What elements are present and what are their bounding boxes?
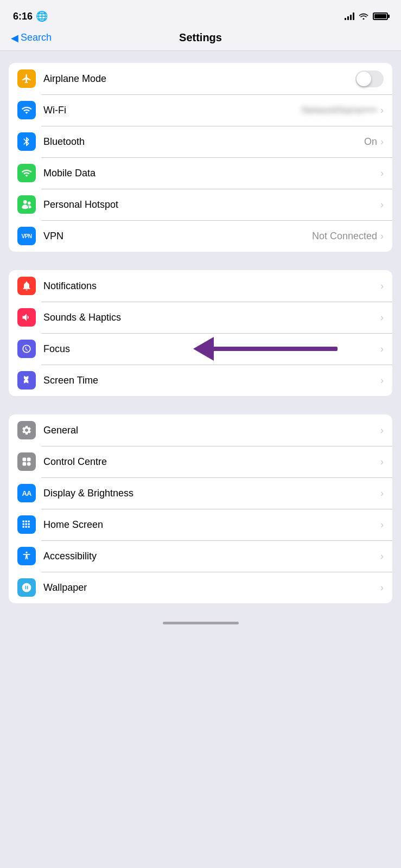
nav-bar: ◀ Search Settings: [0, 29, 401, 51]
screen-time-chevron-icon: ›: [380, 375, 384, 386]
notifications-row[interactable]: Notifications ›: [9, 270, 392, 302]
page-title: Settings: [179, 31, 222, 44]
svg-rect-7: [23, 524, 24, 525]
svg-rect-2: [23, 462, 27, 466]
mobile-data-icon: [17, 164, 36, 182]
accessibility-row[interactable]: Accessibility ›: [9, 540, 392, 572]
bluetooth-icon: [17, 132, 36, 151]
focus-annotation-arrow: [193, 337, 338, 361]
focus-row[interactable]: Focus ›: [9, 333, 392, 365]
wallpaper-row[interactable]: Wallpaper ›: [9, 572, 392, 603]
status-bar: 6:16 🌐: [0, 0, 401, 29]
airplane-mode-icon: [17, 69, 36, 88]
back-chevron-icon: ◀: [11, 32, 18, 44]
wifi-status-icon: [359, 11, 368, 22]
airplane-mode-row[interactable]: Airplane Mode: [9, 63, 392, 94]
control-centre-icon: [17, 452, 36, 471]
wifi-chevron-icon: ›: [380, 105, 384, 116]
airplane-mode-label: Airplane Mode: [43, 73, 355, 85]
wallpaper-icon: [17, 578, 36, 597]
vpn-label: VPN: [43, 231, 312, 242]
globe-icon: 🌐: [36, 10, 48, 22]
accessibility-label: Accessibility: [43, 551, 380, 562]
sounds-haptics-chevron-icon: ›: [380, 312, 384, 323]
mobile-data-label: Mobile Data: [43, 168, 380, 179]
svg-rect-6: [28, 521, 30, 522]
svg-point-13: [26, 552, 27, 553]
accessibility-chevron-icon: ›: [380, 551, 384, 562]
home-screen-label: Home Screen: [43, 519, 380, 531]
control-centre-chevron-icon: ›: [380, 456, 384, 468]
svg-rect-11: [26, 526, 27, 528]
display-brightness-chevron-icon: ›: [380, 488, 384, 499]
wifi-row[interactable]: Wi-Fi NetworkName•••• ›: [9, 94, 392, 126]
accessibility-icon: [17, 547, 36, 565]
bluetooth-row[interactable]: Bluetooth On ›: [9, 126, 392, 157]
vpn-icon: VPN: [17, 227, 36, 245]
back-button[interactable]: ◀ Search: [11, 32, 52, 44]
sounds-haptics-icon: [17, 308, 36, 327]
notifications-group: Notifications › Sounds & Haptics › Focus…: [9, 270, 392, 396]
screen-time-label: Screen Time: [43, 375, 380, 386]
display-brightness-icon: AA: [17, 484, 36, 502]
vpn-value: Not Connected: [312, 231, 377, 242]
home-bar: [163, 622, 239, 624]
status-icons: [345, 11, 388, 22]
wifi-icon: [17, 101, 36, 119]
home-screen-chevron-icon: ›: [380, 519, 384, 531]
svg-rect-9: [28, 524, 30, 525]
display-brightness-row[interactable]: AA Display & Brightness ›: [9, 477, 392, 509]
battery-icon: [373, 12, 388, 20]
personal-hotspot-chevron-icon: ›: [380, 199, 384, 210]
notifications-label: Notifications: [43, 280, 380, 292]
control-centre-label: Control Centre: [43, 456, 380, 468]
settings-content: Airplane Mode Wi-Fi NetworkName•••• › Bl…: [0, 51, 401, 615]
bluetooth-label: Bluetooth: [43, 136, 364, 148]
home-screen-row[interactable]: Home Screen ›: [9, 509, 392, 540]
svg-rect-1: [27, 458, 31, 462]
svg-rect-0: [23, 458, 27, 462]
wifi-value: NetworkName••••: [302, 105, 377, 116]
wifi-label: Wi-Fi: [43, 105, 302, 116]
personal-hotspot-label: Personal Hotspot: [43, 199, 380, 210]
display-brightness-label: Display & Brightness: [43, 488, 380, 499]
airplane-mode-toggle[interactable]: [355, 71, 384, 87]
focus-chevron-icon: ›: [380, 343, 384, 355]
bluetooth-chevron-icon: ›: [380, 136, 384, 148]
general-chevron-icon: ›: [380, 425, 384, 436]
display-group: General › Control Centre › AA Display & …: [9, 414, 392, 603]
svg-rect-12: [28, 526, 30, 528]
control-centre-row[interactable]: Control Centre ›: [9, 446, 392, 477]
vpn-chevron-icon: ›: [380, 231, 384, 242]
mobile-data-chevron-icon: ›: [380, 168, 384, 179]
personal-hotspot-icon: [17, 195, 36, 214]
notifications-icon: [17, 277, 36, 295]
wallpaper-chevron-icon: ›: [380, 582, 384, 593]
home-screen-icon: [17, 515, 36, 534]
svg-rect-10: [23, 526, 24, 528]
general-row[interactable]: General ›: [9, 414, 392, 446]
notifications-chevron-icon: ›: [380, 280, 384, 292]
personal-hotspot-row[interactable]: Personal Hotspot ›: [9, 189, 392, 220]
general-icon: [17, 421, 36, 439]
screen-time-icon: [17, 371, 36, 390]
vpn-text: VPN: [21, 233, 31, 239]
svg-point-3: [27, 462, 31, 466]
connectivity-group: Airplane Mode Wi-Fi NetworkName•••• › Bl…: [9, 63, 392, 252]
back-label[interactable]: Search: [21, 32, 52, 43]
sounds-haptics-row[interactable]: Sounds & Haptics ›: [9, 302, 392, 333]
status-time: 6:16 🌐: [13, 10, 48, 22]
svg-rect-8: [26, 524, 27, 525]
bluetooth-value: On: [364, 136, 377, 148]
screen-time-row[interactable]: Screen Time ›: [9, 365, 392, 396]
wallpaper-label: Wallpaper: [43, 582, 380, 593]
signal-bars-icon: [345, 12, 354, 20]
focus-icon: [17, 340, 36, 358]
svg-rect-5: [26, 521, 27, 522]
home-indicator: [0, 615, 401, 631]
sounds-haptics-label: Sounds & Haptics: [43, 312, 380, 323]
svg-rect-4: [23, 521, 24, 522]
vpn-row[interactable]: VPN VPN Not Connected ›: [9, 220, 392, 252]
general-label: General: [43, 425, 380, 436]
mobile-data-row[interactable]: Mobile Data ›: [9, 157, 392, 189]
